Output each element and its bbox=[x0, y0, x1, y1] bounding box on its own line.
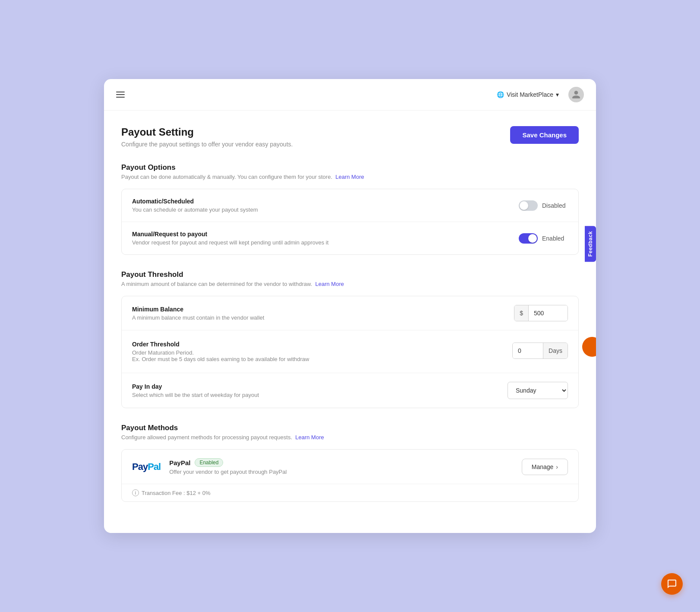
payout-options-title: Payout Options bbox=[121, 163, 579, 172]
page-header: Payout Setting Configure the payout sett… bbox=[121, 126, 579, 148]
order-threshold-input-wrapper: Days bbox=[512, 342, 568, 359]
pay-in-day-control: Sunday Monday Tuesday Wednesday Thursday… bbox=[508, 382, 568, 399]
paypal-name-row: PayPal Enabled bbox=[169, 458, 287, 467]
minimum-balance-label: Minimum Balance bbox=[132, 306, 264, 313]
visit-marketplace-button[interactable]: 🌐 Visit MarketPlace ▾ bbox=[492, 89, 563, 101]
paypal-left: PayPal PayPal Enabled Offer your vendor … bbox=[132, 458, 287, 475]
paypal-card: PayPal PayPal Enabled Offer your vendor … bbox=[121, 449, 579, 502]
pay-in-day-label: Pay In day bbox=[132, 383, 259, 390]
order-threshold-control: Days bbox=[512, 342, 568, 359]
payout-options-learn-more[interactable]: Learn More bbox=[335, 174, 364, 180]
top-bar: 🌐 Visit MarketPlace ▾ bbox=[104, 79, 596, 111]
payout-methods-title: Payout Methods bbox=[121, 424, 579, 432]
payout-options-section: Payout Options Payout can be done automa… bbox=[121, 163, 579, 255]
pay-in-day-desc: Select which will be the start of weekda… bbox=[132, 392, 259, 398]
payout-threshold-card: Minimum Balance A minimum balance must c… bbox=[121, 296, 579, 408]
order-threshold-info: Order Threshold Order Maturation Period.… bbox=[132, 341, 309, 362]
paypal-desc: Offer your vendor to get payout through … bbox=[169, 469, 287, 475]
feedback-tab[interactable]: Feedback bbox=[585, 226, 596, 262]
pay-in-day-row: Pay In day Select which will be the star… bbox=[122, 373, 578, 408]
paypal-logo: PayPal bbox=[132, 461, 161, 472]
manual-request-row: Manual/Request to payout Vendor request … bbox=[122, 222, 578, 254]
chat-button[interactable] bbox=[661, 573, 683, 595]
main-content: Payout Setting Configure the payout sett… bbox=[104, 111, 596, 533]
chevron-down-icon: ▾ bbox=[556, 91, 559, 98]
automatic-scheduled-status: Disabled bbox=[542, 202, 568, 209]
toggle-knob bbox=[520, 201, 528, 210]
order-threshold-input[interactable] bbox=[513, 343, 543, 358]
payout-methods-section: Payout Methods Configure allowed payment… bbox=[121, 424, 579, 502]
payout-options-desc: Payout can be done automatically & manua… bbox=[121, 174, 579, 180]
minimum-balance-input-wrapper: $ bbox=[514, 305, 568, 321]
transaction-fee-text: Transaction Fee : $12 + 0% bbox=[142, 490, 211, 496]
dollar-prefix: $ bbox=[514, 305, 529, 321]
payout-threshold-section: Payout Threshold A minimum amount of bal… bbox=[121, 270, 579, 408]
visit-marketplace-label: Visit MarketPlace bbox=[507, 91, 553, 98]
manual-request-info: Manual/Request to payout Vendor request … bbox=[132, 231, 328, 246]
manual-request-status: Enabled bbox=[542, 235, 568, 242]
hamburger-menu[interactable] bbox=[116, 92, 125, 98]
paypal-enabled-badge: Enabled bbox=[195, 458, 223, 467]
paypal-name: PayPal bbox=[169, 459, 190, 466]
automatic-scheduled-control: Disabled bbox=[519, 200, 568, 211]
top-bar-right: 🌐 Visit MarketPlace ▾ bbox=[492, 87, 584, 102]
save-changes-button[interactable]: Save Changes bbox=[510, 126, 579, 144]
days-suffix: Days bbox=[543, 343, 568, 358]
payout-options-card: Automatic/Scheduled You can schedule or … bbox=[121, 189, 579, 255]
page-subtitle: Configure the payout settings to offer y… bbox=[121, 141, 293, 148]
chat-icon bbox=[667, 579, 677, 589]
payout-methods-desc: Configure allowed payment methods for pr… bbox=[121, 434, 579, 441]
pay-in-day-info: Pay In day Select which will be the star… bbox=[132, 383, 259, 398]
automatic-scheduled-toggle[interactable] bbox=[519, 200, 538, 211]
automatic-scheduled-row: Automatic/Scheduled You can schedule or … bbox=[122, 189, 578, 222]
page-title: Payout Setting bbox=[121, 126, 293, 138]
minimum-balance-row: Minimum Balance A minimum balance must c… bbox=[122, 296, 578, 330]
paypal-manage-button[interactable]: Manage › bbox=[522, 459, 568, 475]
minimum-balance-control: $ bbox=[514, 305, 568, 321]
manual-request-toggle[interactable] bbox=[519, 233, 538, 244]
payout-methods-learn-more[interactable]: Learn More bbox=[295, 434, 324, 441]
payout-threshold-title: Payout Threshold bbox=[121, 270, 579, 279]
info-icon: i bbox=[132, 489, 139, 496]
manage-label: Manage bbox=[532, 463, 554, 470]
chevron-right-icon: › bbox=[556, 463, 558, 470]
avatar[interactable] bbox=[568, 87, 584, 102]
minimum-balance-input[interactable] bbox=[529, 305, 568, 321]
paypal-row: PayPal PayPal Enabled Offer your vendor … bbox=[122, 450, 578, 484]
minimum-balance-info: Minimum Balance A minimum balance must c… bbox=[132, 306, 264, 321]
pay-in-day-select[interactable]: Sunday Monday Tuesday Wednesday Thursday… bbox=[508, 382, 568, 399]
manual-request-desc: Vendor request for payout and request wi… bbox=[132, 239, 328, 246]
order-threshold-label: Order Threshold bbox=[132, 341, 309, 348]
automatic-scheduled-info: Automatic/Scheduled You can schedule or … bbox=[132, 198, 258, 213]
payout-threshold-learn-more[interactable]: Learn More bbox=[315, 281, 344, 287]
transaction-fee-row: i Transaction Fee : $12 + 0% bbox=[122, 484, 578, 501]
page-title-area: Payout Setting Configure the payout sett… bbox=[121, 126, 293, 148]
paypal-info: PayPal Enabled Offer your vendor to get … bbox=[169, 458, 287, 475]
order-threshold-desc: Order Maturation Period. Ex. Order must … bbox=[132, 349, 309, 362]
payout-threshold-desc: A minimum amount of balance can be deter… bbox=[121, 281, 579, 287]
globe-icon: 🌐 bbox=[497, 91, 504, 98]
automatic-scheduled-desc: You can schedule or automate your payout… bbox=[132, 206, 258, 213]
automatic-scheduled-label: Automatic/Scheduled bbox=[132, 198, 258, 205]
order-threshold-row: Order Threshold Order Maturation Period.… bbox=[122, 330, 578, 373]
minimum-balance-desc: A minimum balance must contain in the ve… bbox=[132, 314, 264, 321]
user-icon bbox=[571, 90, 581, 99]
toggle-knob-2 bbox=[528, 234, 537, 243]
manual-request-control: Enabled bbox=[519, 233, 568, 244]
manual-request-label: Manual/Request to payout bbox=[132, 231, 328, 238]
